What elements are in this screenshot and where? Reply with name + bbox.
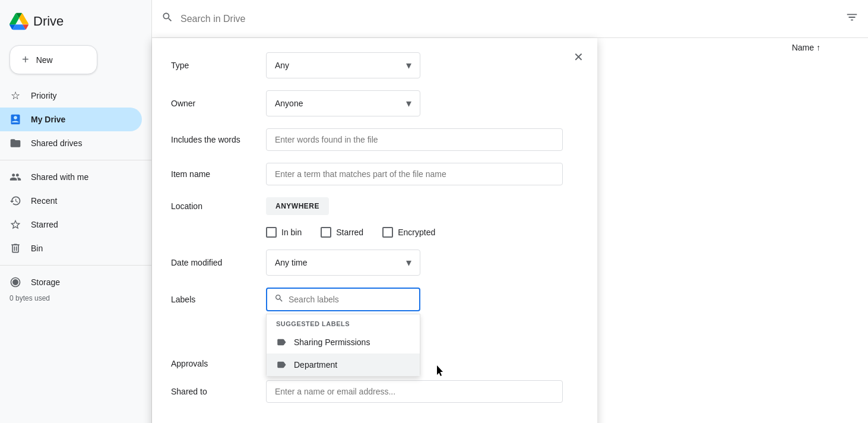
sidebar-item-shared-drives[interactable]: Shared drives — [0, 131, 142, 155]
owner-dropdown[interactable]: Anyone ▾ — [266, 90, 420, 116]
sidebar-divider-2 — [0, 265, 151, 266]
type-value: Any — [275, 61, 289, 70]
app-title: Drive — [33, 14, 64, 29]
sidebar-item-shared-with-me[interactable]: Shared with me — [0, 165, 142, 189]
dialog-overlay: ✕ Type Any ▾ Owner Anyone ▾ — [152, 0, 868, 423]
sidebar-item-label: Storage — [31, 277, 60, 287]
checkbox-in-bin-label: In bin — [281, 228, 302, 237]
labels-label: Labels — [171, 288, 266, 304]
type-dropdown-arrow: ▾ — [406, 59, 411, 72]
label-item-label: Department — [294, 360, 337, 370]
label-item-label: Sharing Permissions — [294, 337, 370, 347]
sidebar-item-label: Bin — [31, 244, 43, 253]
storage-icon — [9, 276, 21, 288]
includes-input[interactable] — [266, 128, 563, 151]
location-label: Location — [171, 201, 266, 211]
shared-with-me-icon — [9, 171, 21, 183]
date-modified-value: Any time — [275, 258, 307, 267]
date-modified-label: Date modified — [171, 258, 266, 267]
main-area: Name ↑ ✕ Type Any ▾ Owner — [152, 0, 868, 423]
new-button[interactable]: + New — [9, 45, 97, 74]
labels-search-input[interactable] — [289, 295, 412, 304]
includes-row: Includes the words — [171, 128, 578, 151]
sidebar-item-label: Starred — [31, 220, 58, 229]
labels-control: SUGGESTED LABELS Sharing Permissions De — [266, 288, 503, 311]
sidebar-item-label: Shared with me — [31, 172, 88, 182]
owner-control: Anyone ▾ — [266, 90, 503, 116]
labels-row: Labels SUGGESTED LABELS — [171, 288, 578, 311]
label-item-sharing-permissions[interactable]: Sharing Permissions — [267, 331, 420, 353]
sidebar-item-starred[interactable]: Starred — [0, 213, 142, 236]
starred-icon — [9, 219, 21, 231]
shared-to-control — [266, 380, 563, 403]
shared-to-row: Shared to — [171, 380, 578, 403]
shared-drives-icon — [9, 137, 21, 149]
item-name-label: Item name — [171, 169, 266, 179]
new-button-label: New — [36, 55, 53, 65]
type-dropdown[interactable]: Any ▾ — [266, 52, 420, 78]
checkbox-in-bin-box — [266, 227, 277, 238]
owner-value: Anyone — [275, 99, 303, 108]
owner-row: Owner Anyone ▾ — [171, 90, 578, 116]
date-modified-row: Date modified Any time ▾ — [171, 250, 578, 276]
sidebar-item-label: Priority — [31, 91, 57, 100]
type-control: Any ▾ — [266, 52, 503, 78]
type-label: Type — [171, 61, 266, 70]
close-button[interactable]: ✕ — [569, 48, 588, 67]
bin-icon — [9, 242, 21, 254]
location-button[interactable]: ANYWHERE — [266, 197, 329, 215]
type-row: Type Any ▾ — [171, 52, 578, 78]
date-modified-control: Any time ▾ — [266, 250, 503, 276]
sidebar-item-priority[interactable]: ☆ Priority — [0, 84, 142, 108]
item-name-row: Item name — [171, 163, 578, 185]
shared-to-input[interactable] — [266, 380, 563, 403]
location-control: ANYWHERE — [266, 197, 503, 215]
sidebar-item-label: Recent — [31, 196, 57, 206]
labels-input-wrap[interactable] — [266, 288, 420, 311]
checkbox-encrypted-box — [382, 227, 393, 238]
priority-icon: ☆ — [9, 90, 21, 102]
checkbox-starred[interactable]: Starred — [321, 227, 363, 238]
approvals-label: Approvals — [171, 359, 266, 368]
labels-dropdown: SUGGESTED LABELS Sharing Permissions De — [266, 314, 420, 377]
includes-label: Includes the words — [171, 135, 266, 144]
checkbox-encrypted[interactable]: Encrypted — [382, 227, 435, 238]
sidebar-item-storage[interactable]: Storage — [0, 270, 142, 294]
sidebar: Drive + New ☆ Priority My Drive Shared d… — [0, 0, 152, 423]
plus-icon: + — [22, 53, 29, 67]
sidebar-item-recent[interactable]: Recent — [0, 189, 142, 213]
label-tag-icon-1 — [276, 359, 287, 370]
sidebar-item-label: Shared drives — [31, 138, 82, 148]
checkboxes-row: In bin Starred Encrypted — [266, 227, 578, 238]
suggested-labels-header: SUGGESTED LABELS — [267, 314, 420, 331]
shared-to-label: Shared to — [171, 387, 266, 396]
labels-search-icon — [274, 293, 284, 305]
date-modified-dropdown[interactable]: Any time ▾ — [266, 250, 420, 276]
item-name-control — [266, 163, 563, 185]
drive-logo — [9, 12, 28, 31]
label-tag-icon-0 — [276, 337, 287, 348]
includes-control — [266, 128, 563, 151]
sidebar-item-label: My Drive — [31, 115, 65, 124]
owner-label: Owner — [171, 99, 266, 108]
checkbox-starred-label: Starred — [336, 228, 363, 237]
advanced-search-dialog: ✕ Type Any ▾ Owner Anyone ▾ — [152, 38, 597, 423]
storage-used: 0 bytes used — [0, 294, 151, 302]
checkbox-encrypted-label: Encrypted — [398, 228, 435, 237]
checkbox-in-bin[interactable]: In bin — [266, 227, 302, 238]
label-item-department[interactable]: Department — [267, 353, 420, 376]
checkbox-starred-box — [321, 227, 331, 238]
sidebar-item-bin[interactable]: Bin — [0, 236, 142, 260]
sidebar-item-my-drive[interactable]: My Drive — [0, 108, 142, 131]
app-header: Drive — [0, 5, 151, 40]
sidebar-divider-1 — [0, 160, 151, 160]
owner-dropdown-arrow: ▾ — [406, 97, 411, 110]
date-modified-arrow: ▾ — [406, 256, 411, 269]
my-drive-icon — [9, 113, 21, 125]
location-row: Location ANYWHERE — [171, 197, 578, 215]
item-name-input[interactable] — [266, 163, 563, 185]
recent-icon — [9, 195, 21, 207]
